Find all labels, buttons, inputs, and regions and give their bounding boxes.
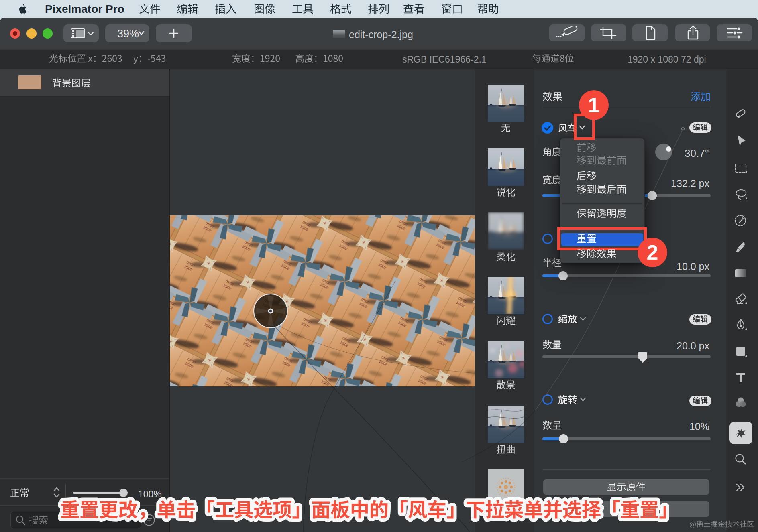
svg-text:2: 2 — [647, 241, 658, 264]
svg-text:1: 1 — [588, 93, 600, 117]
